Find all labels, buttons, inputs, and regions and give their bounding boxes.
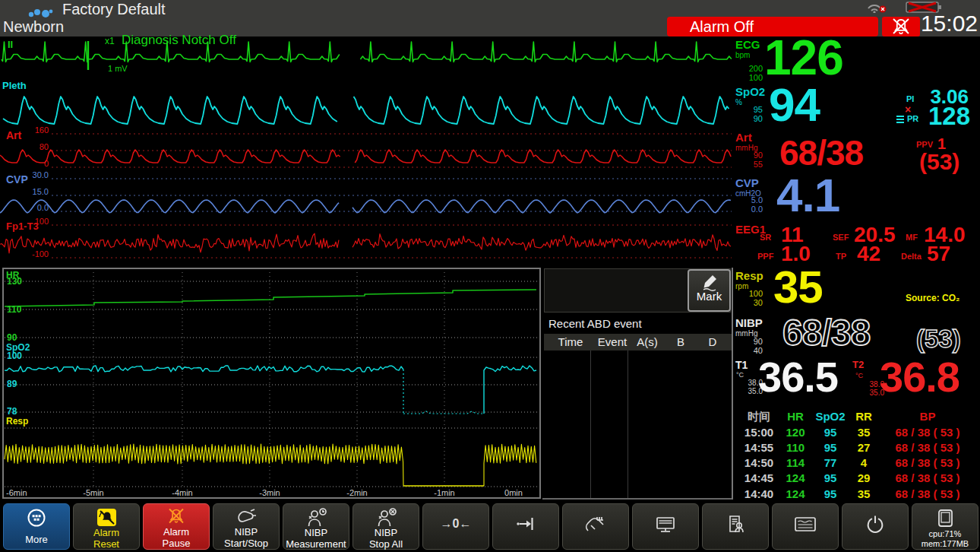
- nibp-measurement-icon: [305, 507, 327, 528]
- cvp-scale-mid: 15.0: [23, 187, 49, 196]
- spo2-limit-high: 95: [741, 105, 763, 114]
- more-icon: [26, 507, 47, 528]
- art-wave-label[interactable]: Art: [6, 129, 21, 141]
- event-panel-bottom-border: [542, 498, 732, 500]
- eeg-delta-label: Delta: [901, 252, 922, 261]
- cvp-limit-high: 5.0: [741, 195, 763, 205]
- screen-setup-button[interactable]: [772, 503, 839, 550]
- art-mean-value: (53): [919, 149, 959, 175]
- wifi-off-icon: [865, 2, 890, 13]
- system-status-icon: [934, 509, 956, 529]
- main-screen-icon: [654, 513, 677, 535]
- vitals-cell-time: 14:40: [738, 487, 779, 500]
- vitals-cell-rr: 29: [849, 471, 878, 484]
- col-bp: BP: [878, 410, 977, 423]
- t2-value: 36.8: [880, 356, 959, 398]
- vitals-cell-time: 14:55: [738, 441, 779, 454]
- mem-status: mem:177MB: [922, 539, 969, 549]
- t1-value: 36.5: [758, 356, 838, 398]
- ev-col-time: Time: [552, 335, 590, 348]
- eeg-sef-label: SEF: [833, 233, 849, 242]
- nibp-measurement-button[interactable]: NIBP Measurement: [283, 503, 349, 550]
- power-icon: [865, 513, 886, 535]
- nibp-label: NIBP: [735, 316, 763, 329]
- event-panel-title: Recent ABD event: [548, 317, 642, 330]
- nibp-mean-value: (53): [916, 325, 961, 354]
- pleth-wave-label[interactable]: Pleth: [2, 80, 27, 91]
- nibp-start-stop-label: NIBP Start/Stop: [224, 527, 268, 549]
- eeg-scale-high: 100: [23, 217, 49, 226]
- spo2-value: 94: [769, 81, 820, 128]
- mark-button-label: Mark: [689, 290, 729, 303]
- nibp-cuff-icon: [235, 507, 258, 527]
- standby-button[interactable]: [492, 503, 559, 550]
- ecg-lead-label[interactable]: II: [8, 39, 13, 50]
- cvp-value: 4.1: [776, 172, 839, 219]
- cvp-label: CVP: [735, 176, 759, 189]
- more-label: More: [25, 535, 48, 546]
- vitals-cell-rr: 4: [849, 456, 878, 469]
- vitals-cell-spo2: 95: [811, 487, 849, 500]
- nibp-limit-high: 90: [741, 337, 763, 346]
- art-scale-low: 0: [27, 159, 49, 168]
- vitals-cell-bp: 68 / 38 ( 53 ): [878, 471, 977, 484]
- alarm-reset-button[interactable]: Alarm Reset: [73, 503, 140, 550]
- more-button[interactable]: More: [3, 503, 70, 550]
- alarm-pause-button[interactable]: Alarm Pause: [143, 503, 210, 550]
- nibp-start-stop-button[interactable]: NIBP Start/Stop: [213, 503, 280, 550]
- pi-label: PI: [906, 94, 914, 103]
- vitals-cell-hr: 124: [779, 471, 811, 484]
- t1-unit: °C: [736, 371, 744, 379]
- main-screen-button[interactable]: [632, 503, 699, 550]
- eeg-delta-value: 57: [927, 242, 950, 266]
- vitals-cell-hr: 114: [779, 456, 811, 469]
- cvp-limit-low: 0.0: [741, 205, 763, 214]
- trend-x-tick: -6min: [6, 488, 40, 497]
- vitals-cell-spo2: 77: [811, 456, 849, 469]
- patient-info-button[interactable]: [702, 503, 769, 550]
- ecg-label: ECG: [735, 38, 760, 51]
- power-button[interactable]: [842, 503, 909, 550]
- art-value: 68/38: [779, 135, 863, 170]
- col-rr: RR: [849, 410, 878, 423]
- resp-limit-low: 30: [737, 298, 763, 307]
- art-limit-high: 90: [741, 151, 763, 160]
- alarm-reset-label: Alarm Reset: [93, 528, 119, 550]
- art-label: Art: [735, 131, 752, 144]
- nibp-stop-all-button[interactable]: NIBP Stop All: [352, 503, 419, 550]
- vitals-cell-hr: 110: [779, 441, 811, 454]
- vitals-cell-spo2: 95: [811, 471, 849, 484]
- col-time: 时间: [738, 410, 779, 424]
- resp-label: Resp: [735, 269, 763, 282]
- pr-bars-icon: [896, 116, 904, 123]
- minitrend-plot: [4, 269, 539, 497]
- resp-limit-high: 100: [737, 289, 763, 298]
- vitals-cell-spo2: 95: [811, 441, 849, 454]
- hr-value: 126: [764, 33, 843, 82]
- ev-col-b: B: [672, 335, 690, 348]
- venipuncture-button[interactable]: [562, 503, 629, 550]
- nibp-measurement-label: NIBP Measurement: [286, 528, 346, 550]
- patient-type[interactable]: Newborn: [3, 18, 64, 36]
- alarm-off-button[interactable]: [882, 17, 920, 36]
- eeg-sr-label: SR: [760, 233, 771, 242]
- profile-name[interactable]: Factory Default: [62, 1, 166, 18]
- numeric-panel-divider: [732, 268, 733, 500]
- system-status-button[interactable]: cpu:71% mem:177MB: [912, 503, 978, 550]
- mark-button[interactable]: Mark: [688, 269, 731, 312]
- trend-hr-t0: 130: [7, 276, 22, 287]
- spo2-limit-low: 90: [741, 114, 763, 123]
- art-scale-mid: 80: [27, 142, 49, 151]
- eeg-scale-low: -100: [23, 249, 49, 259]
- zero-ibp-button[interactable]: →0←: [422, 503, 489, 550]
- art-scale-high: 160: [27, 125, 49, 135]
- clock: 15:02: [915, 11, 978, 36]
- resp-value: 35: [773, 265, 823, 310]
- trend-x-tick: 0min: [497, 488, 530, 497]
- vitals-cell-time: 14:50: [738, 456, 779, 469]
- vitals-cell-rr: 27: [849, 441, 878, 454]
- cvp-scale-low: 0.0: [23, 203, 49, 212]
- vitals-cell-time: 15:00: [738, 426, 779, 439]
- patient-monitor-screen: Factory Default Newborn Alarm Off 15:02 …: [0, 0, 980, 552]
- ppv-label: PPV: [916, 140, 933, 149]
